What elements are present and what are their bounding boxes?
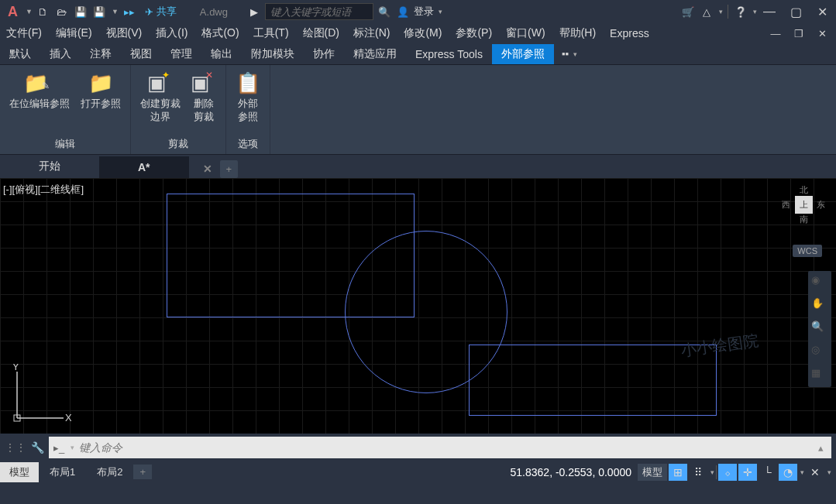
doc-minimize-button[interactable]: — — [766, 26, 785, 41]
snap-caret[interactable]: ▾ — [710, 468, 714, 476]
help-icon[interactable]: ❔ — [733, 4, 748, 19]
share-button[interactable]: ✈ 共享 — [140, 5, 181, 19]
login-label[interactable]: 登录 — [414, 5, 434, 19]
panel-title: 剪裁 — [137, 134, 219, 154]
caret[interactable]: ▾ — [753, 8, 757, 15]
btn-label: 创建剪裁 边界 — [140, 98, 181, 124]
search-icon[interactable]: 🔍 — [377, 4, 392, 19]
share-label: 共享 — [157, 5, 177, 19]
layout2-tab[interactable]: 布局2 — [86, 462, 133, 482]
saveas-icon[interactable]: 💾 — [91, 4, 107, 19]
menu-item[interactable]: 文件(F) — [6, 26, 42, 40]
layout-add-button[interactable]: + — [133, 465, 152, 479]
delete-clip-button[interactable]: ▣✕ 删除 剪裁 — [188, 68, 219, 134]
navcube-w: 西 — [782, 199, 790, 211]
edit-in-place-button[interactable]: 📁✎ 在位编辑参照 — [6, 68, 73, 134]
save-icon[interactable]: 💾 — [73, 4, 88, 19]
ribbon-tab[interactable]: Express Tools — [406, 45, 492, 63]
ribbon-tab[interactable]: 精选应用 — [344, 44, 406, 64]
login-caret[interactable]: ▾ — [439, 8, 442, 15]
autodesk-icon[interactable]: △ — [699, 4, 714, 19]
menu-item[interactable]: 编辑(E) — [56, 26, 92, 40]
ribbon-extra[interactable]: ▪▪ ▾ — [554, 48, 585, 60]
ucs-icon[interactable]: Y X — [9, 364, 71, 426]
doc-tab-start[interactable]: 开始 — [0, 155, 99, 178]
lwt-icon[interactable]: ✕ — [806, 464, 824, 481]
menu-item[interactable]: 参数(P) — [456, 26, 492, 40]
viewport-label[interactable]: [-][俯视][二维线框] — [3, 183, 84, 197]
otrack-caret[interactable]: ▾ — [800, 468, 804, 476]
otrack-icon[interactable]: ◔ — [779, 464, 797, 481]
cmd-history-caret[interactable]: ▾ — [71, 444, 74, 451]
close-button[interactable]: ✕ — [813, 4, 831, 19]
user-icon[interactable]: 👤 — [395, 4, 411, 19]
menu-item[interactable]: 标注(N) — [353, 26, 390, 40]
menu-item[interactable]: 帮助(H) — [559, 26, 596, 40]
navcube-top[interactable]: 上 — [795, 196, 813, 214]
play-icon[interactable]: ▶ — [246, 4, 262, 19]
doc-tab-close-icon[interactable]: ✕ — [203, 163, 212, 175]
search-input[interactable] — [265, 3, 373, 20]
command-input[interactable] — [79, 441, 810, 454]
nav-zoom-icon[interactable]: 🔍 — [811, 321, 828, 338]
ribbon-tab[interactable]: 管理 — [161, 44, 201, 64]
maximize-button[interactable]: ▢ — [786, 4, 805, 19]
menu-item[interactable]: 视图(V) — [106, 26, 143, 40]
filename-label: A.dwg — [184, 6, 243, 18]
open-icon[interactable]: 🗁 — [54, 4, 70, 19]
grid-toggle-icon[interactable]: ⊞ — [669, 464, 687, 481]
command-box[interactable]: ▸_ ▾ ▴ — [49, 437, 831, 458]
new-icon[interactable]: 🗋 — [36, 4, 51, 19]
nav-show-icon[interactable]: ▦ — [811, 367, 828, 384]
minimize-button[interactable]: — — [760, 4, 779, 19]
cart-icon[interactable]: 🛒 — [680, 4, 696, 19]
snap-toggle-icon[interactable]: ⠿ — [689, 464, 707, 481]
lwt-caret[interactable]: ▾ — [827, 468, 831, 476]
cmd-drag-handle[interactable]: ⋮⋮ — [5, 441, 26, 454]
drawing-canvas[interactable]: [-][俯视][二维线框] 小小绘图院 Y X 北 西 上 东 南 WCS ◉ … — [0, 178, 836, 434]
navcube-e: 东 — [817, 199, 825, 211]
menu-item[interactable]: 绘图(D) — [303, 26, 339, 40]
xref-button[interactable]: 📋 外部 参照 — [232, 68, 263, 134]
ribbon-tab[interactable]: 插入 — [40, 44, 81, 64]
status-model-button[interactable]: 模型 — [638, 464, 667, 481]
ribbon-tab[interactable]: 外部参照 — [492, 44, 554, 64]
ribbon-tab[interactable]: 注释 — [81, 44, 121, 64]
nav-pan-icon[interactable]: ✋ — [811, 297, 828, 314]
ribbon-tab[interactable]: 视图 — [121, 44, 161, 64]
app-menu-caret[interactable]: ▼ — [26, 8, 33, 15]
osnap-icon[interactable]: └ — [759, 464, 777, 481]
create-clip-button[interactable]: ▣✦ 创建剪裁 边界 — [137, 68, 184, 134]
ribbon-tab[interactable]: 附加模块 — [242, 44, 304, 64]
app-logo[interactable]: A — [5, 4, 21, 20]
menu-item[interactable]: 格式(O) — [201, 26, 239, 40]
ribbon-tab[interactable]: 协作 — [304, 44, 344, 64]
menu-item[interactable]: 工具(T) — [253, 26, 289, 40]
coordinates[interactable]: 51.8362, -0.2553, 0.0000 — [504, 466, 638, 478]
nav-orbit-icon[interactable]: ◎ — [811, 344, 828, 361]
menu-item[interactable]: 修改(M) — [404, 26, 442, 40]
ribbon-tab[interactable]: 默认 — [0, 44, 40, 64]
cmd-customize-icon[interactable]: 🔧 — [31, 441, 44, 454]
menu-item[interactable]: 插入(I) — [156, 26, 187, 40]
menu-item[interactable]: Express — [610, 27, 649, 39]
layout1-tab[interactable]: 布局1 — [39, 462, 86, 482]
doc-tab-active[interactable]: A* ✕ — [99, 156, 189, 178]
open-ref-button[interactable]: 📁 打开参照 — [77, 68, 124, 134]
ortho-icon[interactable]: ⬦ — [718, 464, 737, 481]
cmd-expand-icon[interactable]: ▴ — [815, 442, 827, 454]
doc-close-button[interactable]: ✕ — [813, 26, 831, 41]
rectangle-2[interactable] — [469, 345, 717, 416]
polar-icon[interactable]: ✛ — [738, 464, 757, 481]
forward-icon[interactable]: ▸▸ — [122, 4, 137, 19]
wcs-label[interactable]: WCS — [793, 245, 822, 257]
doc-restore-button[interactable]: ❐ — [790, 26, 808, 41]
caret[interactable]: ▾ — [719, 8, 723, 15]
doc-tab-add[interactable]: + — [220, 160, 239, 178]
qa-caret[interactable]: ▼ — [112, 8, 119, 15]
nav-wheel-icon[interactable]: ◉ — [811, 274, 828, 291]
menu-item[interactable]: 窗口(W) — [506, 26, 545, 40]
ribbon-tab[interactable]: 输出 — [201, 44, 242, 64]
model-tab[interactable]: 模型 — [0, 462, 39, 482]
view-cube[interactable]: 北 西 上 东 南 — [782, 184, 825, 225]
